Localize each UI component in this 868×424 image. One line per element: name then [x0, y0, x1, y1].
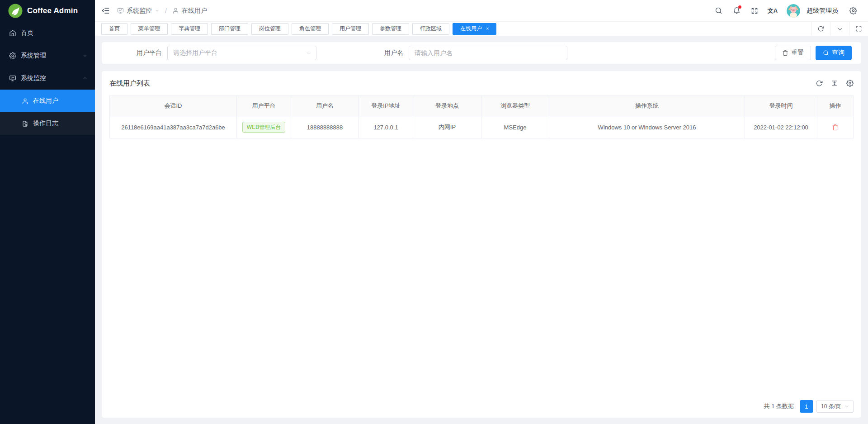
header-actions: 文A 超级管理员	[711, 3, 861, 19]
chevron-up-icon	[82, 76, 88, 81]
settings-gear-icon[interactable]	[845, 3, 861, 19]
cell-platform: WEB管理后台	[237, 116, 291, 138]
fullscreen-icon[interactable]	[747, 3, 762, 19]
language-translate-icon[interactable]: 文A	[765, 3, 780, 19]
tab-dict-management[interactable]: 字典管理	[171, 23, 208, 35]
tab-post-management[interactable]: 岗位管理	[251, 23, 288, 35]
search-icon	[823, 50, 829, 56]
col-header-username: 用户名	[291, 96, 359, 116]
search-icon[interactable]	[711, 3, 726, 19]
page-content: 用户平台 请选择用户平台 用户名 重置 查询	[95, 36, 868, 424]
main-area: 系统监控 / 在线用户 文A	[95, 0, 868, 424]
chevron-down-icon	[844, 404, 849, 409]
sidebar-item-system-management[interactable]: 系统管理	[0, 44, 95, 67]
brand-name: Coffee Admin	[27, 6, 78, 15]
sidebar-submenu-monitor: 在线用户 操作日志	[0, 90, 95, 135]
tab-menu-management[interactable]: 菜单管理	[131, 23, 168, 35]
app-logo: Coffee Admin	[0, 0, 95, 22]
monitor-icon	[9, 75, 16, 82]
pagination: 共 1 条数据 1 10 条/页	[109, 395, 854, 418]
platform-label: 用户平台	[137, 49, 162, 57]
sidebar-item-label: 系统监控	[21, 74, 46, 82]
reset-button[interactable]: 重置	[775, 46, 811, 60]
pagination-total: 共 1 条数据	[764, 402, 794, 410]
breadcrumb: 系统监控 / 在线用户	[117, 7, 207, 15]
tab-role-management[interactable]: 角色管理	[292, 23, 329, 35]
monitor-icon	[117, 7, 124, 14]
sidebar-collapse-icon[interactable]	[101, 6, 110, 15]
page-number-button[interactable]: 1	[800, 400, 813, 413]
home-icon	[9, 29, 16, 37]
cell-browser: MSEdge	[481, 116, 549, 138]
sidebar-item-system-monitor[interactable]: 系统监控	[0, 67, 95, 90]
chevron-down-icon[interactable]	[155, 8, 160, 13]
avatar-image	[787, 4, 800, 18]
sidebar-menu: 首页 系统管理 系统监控 在线用户 操作日志	[0, 22, 95, 135]
col-header-platform: 用户平台	[237, 96, 291, 116]
table-header-row: 会话ID 用户平台 用户名 登录IP地址 登录地点 浏览器类型 操作系统 登录时…	[110, 96, 854, 116]
filter-bar: 用户平台 请选择用户平台 用户名 重置 查询	[102, 42, 861, 64]
sidebar-item-label: 在线用户	[33, 97, 58, 105]
tab-online-users[interactable]: 在线用户 ×	[453, 23, 496, 35]
card-title: 在线用户列表	[109, 79, 150, 88]
delete-trash-icon[interactable]	[832, 124, 839, 131]
log-file-icon	[22, 120, 28, 127]
cell-login-ip: 127.0.0.1	[359, 116, 413, 138]
col-header-session-id: 会话ID	[110, 96, 237, 116]
user-icon	[22, 98, 28, 105]
tab-admin-region[interactable]: 行政区域	[412, 23, 449, 35]
tab-home[interactable]: 首页	[101, 23, 127, 35]
platform-tag: WEB管理后台	[242, 122, 285, 133]
breadcrumb-separator: /	[165, 7, 167, 14]
chevron-down-icon[interactable]	[830, 22, 849, 36]
online-users-table: 会话ID 用户平台 用户名 登录IP地址 登录地点 浏览器类型 操作系统 登录时…	[109, 95, 854, 138]
user-icon	[172, 7, 179, 14]
tab-param-management[interactable]: 参数管理	[372, 23, 409, 35]
sidebar-item-label: 系统管理	[21, 52, 46, 60]
refresh-icon[interactable]	[816, 80, 823, 87]
table-toolbar	[816, 80, 854, 87]
breadcrumb-section[interactable]: 系统监控	[127, 7, 152, 15]
row-height-icon[interactable]	[831, 80, 838, 87]
cell-session-id: 26118e6169aa41a387aa3ca7a7d2a6be	[110, 116, 237, 138]
sidebar-item-online-users[interactable]: 在线用户	[0, 90, 95, 112]
col-header-login-time: 登录时间	[745, 96, 817, 116]
cell-username: 18888888888	[291, 116, 359, 138]
tab-dept-management[interactable]: 部门管理	[211, 23, 248, 35]
notification-badge	[738, 5, 741, 9]
table-row: 26118e6169aa41a387aa3ca7a7d2a6be WEB管理后台…	[110, 116, 854, 138]
avatar[interactable]	[787, 4, 800, 18]
search-button[interactable]: 查询	[816, 46, 852, 60]
sidebar-item-home[interactable]: 首页	[0, 22, 95, 44]
col-header-login-location: 登录地点	[413, 96, 481, 116]
sidebar-item-label: 首页	[21, 29, 33, 37]
page-size-select[interactable]: 10 条/页	[816, 400, 854, 413]
platform-select-placeholder: 请选择用户平台	[173, 49, 217, 57]
chevron-down-icon	[82, 53, 88, 58]
cell-login-time: 2022-01-02 22:12:00	[745, 116, 817, 138]
breadcrumb-page: 在线用户	[182, 7, 207, 15]
username-input[interactable]	[409, 46, 567, 60]
maximize-icon[interactable]	[849, 22, 868, 36]
col-header-login-ip: 登录IP地址	[359, 96, 413, 116]
platform-select[interactable]: 请选择用户平台	[167, 46, 316, 60]
filter-actions: 重置 查询	[775, 46, 852, 60]
close-icon[interactable]: ×	[486, 26, 489, 31]
tabs-bar: 首页 菜单管理 字典管理 部门管理 岗位管理 角色管理 用户管理 参数管理 行政…	[95, 22, 868, 36]
col-header-actions: 操作	[817, 96, 854, 116]
col-header-browser: 浏览器类型	[481, 96, 549, 116]
column-settings-gear-icon[interactable]	[846, 80, 854, 87]
tabbar-controls	[811, 22, 868, 36]
cell-login-location: 内网IP	[413, 116, 481, 138]
trash-icon	[782, 50, 788, 56]
refresh-icon[interactable]	[811, 22, 830, 36]
card-header: 在线用户列表	[109, 71, 854, 95]
username-label: 用户名	[384, 49, 403, 57]
cell-os: Windows 10 or Windows Server 2016	[549, 116, 745, 138]
col-header-os: 操作系统	[549, 96, 745, 116]
table-empty-space	[109, 138, 854, 395]
user-name[interactable]: 超级管理员	[807, 7, 838, 15]
tab-user-management[interactable]: 用户管理	[332, 23, 369, 35]
sidebar-item-operation-log[interactable]: 操作日志	[0, 112, 95, 135]
notification-bell-icon[interactable]	[729, 3, 744, 19]
